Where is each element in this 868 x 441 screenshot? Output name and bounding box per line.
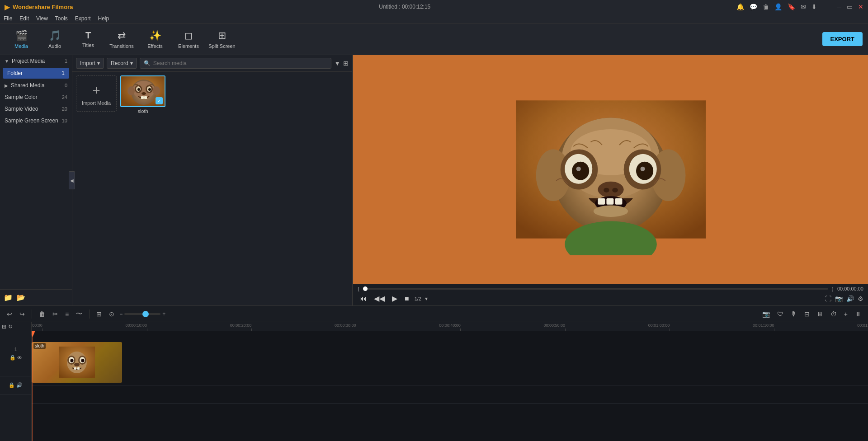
track-control-audio1: 🔒 🔊 — [0, 376, 31, 394]
record-dropdown[interactable]: Record ▾ — [107, 58, 137, 69]
import-chevron-icon: ▾ — [97, 60, 100, 66]
ruler-label-4: 00:00:40:00 — [439, 323, 461, 328]
toolbar-audio[interactable]: 🎵 Audio — [39, 26, 71, 53]
svg-point-12 — [127, 86, 135, 95]
mail-icon[interactable]: ✉ — [801, 3, 806, 10]
profile-icon[interactable]: 👤 — [774, 3, 782, 10]
menu-tools[interactable]: Tools — [55, 15, 68, 22]
timeline-clip-sloth[interactable]: sloth — [32, 342, 122, 383]
preview-counter-dropdown[interactable]: ▾ — [425, 296, 428, 302]
toolbar-elements[interactable]: ◻ Elements — [173, 26, 204, 53]
main-area: ▼ Project Media 1 Folder 1 ▶ Shared Medi… — [0, 55, 868, 305]
sidebar-item-folder[interactable]: Folder 1 — [3, 68, 69, 79]
media-item-sloth[interactable]: ✓ sloth — [120, 75, 165, 114]
grid-view-icon[interactable]: ⊞ — [343, 60, 349, 67]
redo-button[interactable]: ↪ — [17, 309, 27, 319]
filter-icon[interactable]: ▼ — [334, 60, 340, 67]
svg-rect-47 — [77, 367, 80, 370]
zoom-in-icon[interactable]: + — [162, 311, 165, 317]
notification-icon[interactable]: 🔔 — [736, 3, 744, 10]
chat-icon[interactable]: 💬 — [750, 3, 757, 10]
audio-adjust-button[interactable]: 〜 — [74, 309, 85, 319]
tracks-loop-icon[interactable]: ↻ — [8, 324, 13, 330]
toolbar-titles-label: Titles — [82, 42, 94, 48]
timeline-mic-icon[interactable]: 🎙 — [788, 309, 799, 319]
media-thumb-sloth: ✓ — [120, 75, 165, 107]
toolbar-transitions[interactable]: ⇄ Transitions — [106, 26, 137, 53]
search-icon: 🔍 — [144, 60, 151, 66]
zoom-out-icon[interactable]: − — [119, 311, 123, 317]
cut-button[interactable]: ✂ — [50, 309, 60, 319]
folder-add-icon[interactable]: 📂 — [16, 293, 25, 302]
folder-count: 1 — [61, 70, 65, 76]
skip-back-button[interactable]: ⏮ — [358, 294, 368, 304]
menu-help[interactable]: Help — [98, 15, 109, 22]
sidebar-item-sample-green[interactable]: Sample Green Screen 10 — [0, 115, 72, 127]
download-icon[interactable]: ⬇ — [811, 3, 817, 10]
progress-thumb[interactable] — [363, 286, 368, 291]
audio-track-mute-icon[interactable]: 🔊 — [16, 382, 23, 388]
stop-button[interactable]: ■ — [403, 294, 411, 304]
ruler-marks: 00:00:00:0000:00:10:0000:00:20:0000:00:3… — [32, 322, 868, 331]
export-button[interactable]: EXPORT — [822, 32, 863, 46]
progress-track[interactable] — [363, 288, 829, 290]
toolbar-effects-label: Effects — [147, 43, 162, 49]
add-track-button[interactable]: ⊞ — [94, 309, 104, 319]
list-button[interactable]: ≡ — [63, 309, 71, 319]
import-media-label: Import Media — [82, 100, 111, 106]
timeline-plus-icon[interactable]: + — [842, 309, 850, 319]
preview-counter: 1/2 — [415, 296, 421, 301]
search-input[interactable] — [153, 60, 327, 66]
tracks-add-icon[interactable]: ⊞ — [2, 324, 6, 330]
trash-icon[interactable]: 🗑 — [763, 3, 769, 10]
import-media-button[interactable]: ＋ Import Media — [76, 75, 117, 112]
toolbar-effects[interactable]: ✨ Effects — [139, 26, 171, 53]
sidebar-item-shared-media[interactable]: ▶ Shared Media 0 — [0, 80, 72, 91]
settings-icon[interactable]: ⚙ — [858, 295, 863, 302]
undo-button[interactable]: ↩ — [5, 309, 14, 319]
volume-icon[interactable]: 🔊 — [846, 295, 854, 302]
bookmark-icon[interactable]: 🔖 — [788, 3, 795, 10]
fullscreen-icon[interactable]: ⛶ — [825, 295, 831, 302]
svg-rect-34 — [615, 198, 622, 205]
track-lock-icon[interactable]: 🔒 — [9, 355, 16, 361]
timeline-split-icon[interactable]: ⊟ — [802, 309, 812, 319]
step-back-button[interactable]: ◀◀ — [372, 293, 387, 304]
track-eye-icon[interactable]: 👁 — [17, 355, 22, 361]
minimize-button[interactable]: ─ — [837, 3, 841, 10]
toolbar-separator-1 — [32, 310, 32, 319]
effects-icon: ✨ — [149, 30, 161, 42]
delete-button[interactable]: 🗑 — [37, 309, 47, 319]
media-toolbar: Import ▾ Record ▾ 🔍 ▼ ⊞ — [72, 55, 352, 72]
new-folder-icon[interactable]: 📁 — [4, 293, 13, 302]
toolbar-media[interactable]: 🎬 Media — [5, 26, 37, 53]
playhead[interactable] — [33, 331, 33, 441]
menu-export[interactable]: Export — [75, 15, 91, 22]
timeline-monitor-icon[interactable]: 🖥 — [815, 309, 826, 319]
sidebar-item-sample-video[interactable]: Sample Video 20 — [0, 103, 72, 115]
search-box[interactable]: 🔍 — [140, 58, 331, 69]
close-button[interactable]: ✕ — [858, 3, 863, 10]
timeline-clock-icon[interactable]: ⏱ — [828, 309, 839, 319]
zoom-slider-track[interactable] — [124, 313, 160, 315]
menu-edit[interactable]: Edit — [19, 15, 29, 22]
zoom-slider-thumb[interactable] — [142, 311, 149, 317]
toolbar-splitscreen[interactable]: ⊞ Split Screen — [206, 26, 238, 53]
sidebar-shared-media-label: Shared Media — [11, 82, 45, 89]
toolbar-titles[interactable]: T Titles — [72, 26, 104, 53]
sidebar-collapse-button[interactable]: ◀ — [69, 171, 75, 189]
maximize-button[interactable]: ▭ — [847, 3, 853, 10]
menu-file[interactable]: File — [4, 15, 12, 22]
menu-view[interactable]: View — [36, 15, 48, 22]
sidebar-item-sample-color[interactable]: Sample Color 24 — [0, 91, 72, 103]
audio-track-lock-icon[interactable]: 🔒 — [9, 382, 15, 388]
screenshot-icon[interactable]: 📷 — [835, 295, 843, 302]
play-button[interactable]: ▶ — [390, 293, 399, 304]
sidebar-item-project-media[interactable]: ▼ Project Media 1 — [0, 55, 72, 67]
toolbar-elements-label: Elements — [178, 43, 199, 49]
import-dropdown[interactable]: Import ▾ — [76, 58, 104, 69]
timeline-camera-icon[interactable]: 📷 — [760, 309, 772, 319]
timeline-pause-icon[interactable]: ⏸ — [853, 309, 863, 319]
timeline-shield-icon[interactable]: 🛡 — [775, 309, 786, 319]
snap-button[interactable]: ⊙ — [107, 309, 117, 319]
